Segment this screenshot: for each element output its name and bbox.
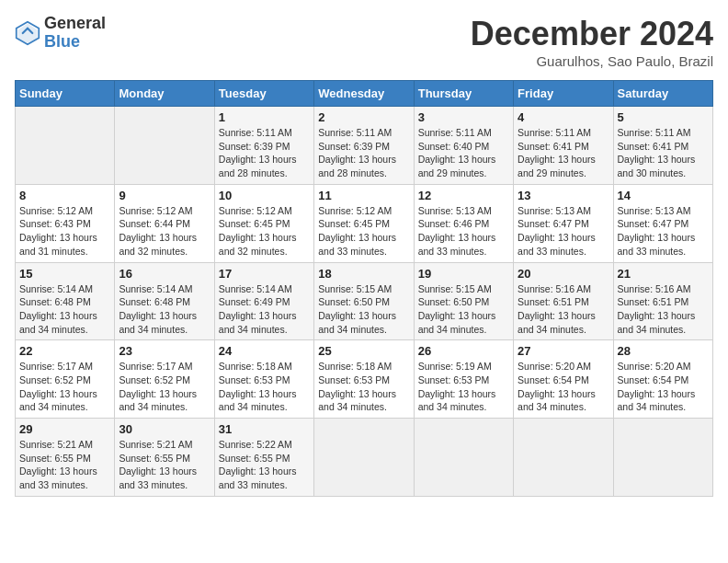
day-info: Sunrise: 5:21 AM Sunset: 6:55 PM Dayligh…	[119, 438, 210, 492]
day-number: 28	[618, 344, 709, 358]
calendar-cell: 20 Sunrise: 5:16 AM Sunset: 6:51 PM Dayl…	[514, 262, 613, 340]
day-info: Sunrise: 5:12 AM Sunset: 6:45 PM Dayligh…	[219, 204, 310, 259]
logo-icon	[15, 20, 40, 46]
page-header: General Blue December 2024 Guarulhos, Sa…	[15, 15, 713, 69]
sunrise: Sunrise: 5:12 AM	[318, 205, 392, 216]
sunset: Sunset: 6:53 PM	[418, 374, 490, 385]
daylight: Daylight: 13 hours and 34 minutes.	[618, 388, 696, 413]
day-number: 22	[19, 344, 110, 358]
calendar-week-0: 1 Sunrise: 5:11 AM Sunset: 6:39 PM Dayli…	[16, 107, 713, 185]
day-info: Sunrise: 5:11 AM Sunset: 6:39 PM Dayligh…	[219, 126, 310, 180]
day-info: Sunrise: 5:20 AM Sunset: 6:54 PM Dayligh…	[618, 360, 709, 414]
day-info: Sunrise: 5:12 AM Sunset: 6:43 PM Dayligh…	[19, 204, 110, 259]
daylight: Daylight: 13 hours and 28 minutes.	[219, 154, 297, 178]
sunrise: Sunrise: 5:21 AM	[19, 439, 93, 450]
day-info: Sunrise: 5:15 AM Sunset: 6:50 PM Dayligh…	[318, 282, 409, 337]
daylight: Daylight: 13 hours and 28 minutes.	[318, 154, 396, 178]
daylight: Daylight: 13 hours and 34 minutes.	[19, 310, 97, 335]
sunset: Sunset: 6:47 PM	[518, 218, 589, 229]
sunset: Sunset: 6:53 PM	[219, 374, 290, 385]
daylight: Daylight: 13 hours and 33 minutes.	[119, 465, 197, 490]
sunset: Sunset: 6:50 PM	[418, 296, 490, 307]
daylight: Daylight: 13 hours and 33 minutes.	[318, 232, 396, 257]
daylight: Daylight: 13 hours and 34 minutes.	[518, 310, 596, 335]
calendar-cell: 24 Sunrise: 5:18 AM Sunset: 6:53 PM Dayl…	[214, 340, 313, 419]
sunrise: Sunrise: 5:15 AM	[418, 283, 492, 294]
sunrise: Sunrise: 5:17 AM	[19, 361, 93, 372]
month-title: December 2024	[471, 15, 713, 53]
day-info: Sunrise: 5:12 AM Sunset: 6:45 PM Dayligh…	[318, 204, 409, 259]
calendar-cell: 28 Sunrise: 5:20 AM Sunset: 6:54 PM Dayl…	[613, 340, 712, 419]
calendar-cell: 9 Sunrise: 5:12 AM Sunset: 6:44 PM Dayli…	[115, 184, 214, 262]
daylight: Daylight: 13 hours and 34 minutes.	[318, 310, 396, 335]
calendar-cell	[514, 419, 613, 497]
header-tuesday: Tuesday	[214, 81, 313, 107]
day-number: 24	[219, 344, 310, 358]
sunrise: Sunrise: 5:20 AM	[618, 361, 691, 372]
sunset: Sunset: 6:53 PM	[318, 374, 390, 385]
calendar-cell	[16, 107, 115, 185]
sunrise: Sunrise: 5:11 AM	[418, 127, 492, 138]
sunrise: Sunrise: 5:19 AM	[418, 361, 492, 372]
daylight: Daylight: 13 hours and 33 minutes.	[418, 232, 496, 257]
calendar-cell: 17 Sunrise: 5:14 AM Sunset: 6:49 PM Dayl…	[214, 262, 313, 340]
daylight: Daylight: 13 hours and 34 minutes.	[219, 388, 297, 413]
day-info: Sunrise: 5:11 AM Sunset: 6:41 PM Dayligh…	[618, 126, 709, 180]
day-number: 8	[19, 189, 110, 202]
sunrise: Sunrise: 5:16 AM	[518, 283, 591, 294]
calendar-cell: 31 Sunrise: 5:22 AM Sunset: 6:55 PM Dayl…	[214, 419, 313, 497]
sunset: Sunset: 6:55 PM	[19, 453, 91, 464]
day-number: 31	[219, 422, 310, 436]
sunset: Sunset: 6:55 PM	[219, 453, 290, 464]
day-number: 14	[618, 189, 709, 202]
day-number: 27	[518, 344, 609, 358]
daylight: Daylight: 13 hours and 34 minutes.	[19, 388, 97, 413]
day-number: 20	[518, 267, 609, 281]
calendar-cell: 21 Sunrise: 5:16 AM Sunset: 6:51 PM Dayl…	[613, 262, 712, 340]
calendar-cell: 4 Sunrise: 5:11 AM Sunset: 6:41 PM Dayli…	[514, 107, 613, 185]
day-info: Sunrise: 5:13 AM Sunset: 6:47 PM Dayligh…	[518, 204, 609, 259]
sunset: Sunset: 6:49 PM	[219, 296, 290, 307]
sunrise: Sunrise: 5:16 AM	[618, 283, 691, 294]
day-number: 16	[119, 267, 210, 281]
calendar-week-4: 29 Sunrise: 5:21 AM Sunset: 6:55 PM Dayl…	[16, 419, 713, 497]
sunset: Sunset: 6:41 PM	[518, 141, 589, 152]
sunrise: Sunrise: 5:11 AM	[318, 127, 392, 138]
day-info: Sunrise: 5:12 AM Sunset: 6:44 PM Dayligh…	[119, 204, 210, 259]
calendar-cell: 3 Sunrise: 5:11 AM Sunset: 6:40 PM Dayli…	[414, 107, 513, 185]
calendar-cell: 18 Sunrise: 5:15 AM Sunset: 6:50 PM Dayl…	[314, 262, 414, 340]
calendar-cell: 2 Sunrise: 5:11 AM Sunset: 6:39 PM Dayli…	[314, 107, 414, 185]
sunset: Sunset: 6:47 PM	[618, 218, 689, 229]
daylight: Daylight: 13 hours and 34 minutes.	[119, 310, 197, 335]
sunset: Sunset: 6:48 PM	[19, 296, 91, 307]
sunset: Sunset: 6:52 PM	[19, 374, 91, 385]
sunset: Sunset: 6:51 PM	[618, 296, 689, 307]
calendar-cell: 22 Sunrise: 5:17 AM Sunset: 6:52 PM Dayl…	[16, 340, 115, 419]
daylight: Daylight: 13 hours and 32 minutes.	[219, 232, 297, 257]
logo: General Blue	[15, 15, 106, 52]
sunset: Sunset: 6:54 PM	[518, 374, 589, 385]
day-info: Sunrise: 5:18 AM Sunset: 6:53 PM Dayligh…	[318, 360, 409, 414]
sunset: Sunset: 6:51 PM	[518, 296, 589, 307]
sunset: Sunset: 6:40 PM	[418, 141, 490, 152]
daylight: Daylight: 13 hours and 34 minutes.	[618, 310, 696, 335]
sunrise: Sunrise: 5:13 AM	[418, 205, 492, 216]
sunrise: Sunrise: 5:14 AM	[119, 283, 192, 294]
daylight: Daylight: 13 hours and 33 minutes.	[618, 232, 696, 257]
daylight: Daylight: 13 hours and 34 minutes.	[318, 388, 396, 413]
daylight: Daylight: 13 hours and 33 minutes.	[219, 465, 297, 490]
day-info: Sunrise: 5:21 AM Sunset: 6:55 PM Dayligh…	[19, 438, 110, 492]
day-number: 30	[119, 422, 210, 436]
sunrise: Sunrise: 5:13 AM	[518, 205, 591, 216]
day-number: 11	[318, 189, 409, 202]
day-number: 25	[318, 344, 409, 358]
day-info: Sunrise: 5:11 AM Sunset: 6:39 PM Dayligh…	[318, 126, 409, 180]
sunset: Sunset: 6:45 PM	[318, 218, 390, 229]
daylight: Daylight: 13 hours and 32 minutes.	[119, 232, 197, 257]
calendar-cell	[314, 419, 414, 497]
location: Guarulhos, Sao Paulo, Brazil	[471, 53, 713, 69]
sunrise: Sunrise: 5:18 AM	[318, 361, 392, 372]
calendar-cell: 26 Sunrise: 5:19 AM Sunset: 6:53 PM Dayl…	[414, 340, 513, 419]
day-number: 19	[418, 267, 509, 281]
title-block: December 2024 Guarulhos, Sao Paulo, Braz…	[471, 15, 713, 69]
